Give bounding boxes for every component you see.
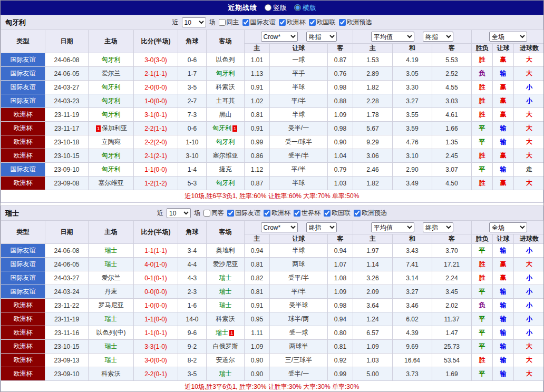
team-name[interactable]: 立陶宛 bbox=[102, 138, 121, 145]
horizontal-radio[interactable] bbox=[294, 4, 301, 11]
filter-competition[interactable]: 欧洲预选 bbox=[339, 18, 372, 27]
competition-checkbox[interactable] bbox=[279, 19, 286, 26]
filter-competition[interactable]: 欧国联 bbox=[324, 209, 351, 218]
competition-checkbox[interactable] bbox=[242, 19, 249, 26]
team-name[interactable]: 匈牙利 bbox=[212, 124, 231, 132]
score-link[interactable]: 1-2(1-2) bbox=[144, 180, 167, 187]
vertical-radio[interactable] bbox=[265, 4, 271, 11]
score-link[interactable]: 3-0(0-0) bbox=[144, 357, 167, 364]
team-name[interactable]: 以色列 bbox=[216, 56, 235, 63]
team-name[interactable]: 爱尔兰 bbox=[102, 274, 121, 281]
team-name[interactable]: 爱沙尼亚 bbox=[213, 260, 238, 268]
team-name[interactable]: 瑞士 bbox=[105, 315, 118, 322]
team-name[interactable]: 瑞士 bbox=[219, 301, 232, 309]
team-name[interactable]: 瑞士 bbox=[105, 247, 118, 254]
filter-competition[interactable]: 欧洲杯 bbox=[264, 209, 290, 218]
filter-competition[interactable]: 世界杯 bbox=[294, 209, 320, 218]
score-link[interactable]: 3-3(1-0) bbox=[144, 343, 167, 350]
team-name[interactable]: 匈牙利 bbox=[102, 56, 121, 63]
average-odds-select[interactable]: 平均值 bbox=[371, 222, 414, 232]
team-name[interactable]: 瑞士 bbox=[219, 370, 232, 377]
team-name[interactable]: 瑞士 bbox=[105, 356, 118, 364]
team-name[interactable]: 丹麦 bbox=[105, 288, 118, 295]
competition-checkbox[interactable] bbox=[324, 210, 331, 217]
team-name[interactable]: 匈牙利 bbox=[102, 165, 121, 173]
team-name[interactable]: 罗马尼亚 bbox=[99, 301, 124, 309]
recent-count-select[interactable]: 10 bbox=[167, 208, 191, 218]
score-link[interactable]: 2-1(2-1) bbox=[144, 152, 167, 160]
team-name[interactable]: 科索沃 bbox=[216, 315, 235, 322]
score-link[interactable]: 3-1(0-1) bbox=[144, 111, 167, 119]
final-odds-select[interactable]: 终指 bbox=[306, 32, 337, 42]
filter-competition[interactable]: 欧洲预选 bbox=[354, 209, 387, 218]
layout-option-vertical[interactable]: 竖版 bbox=[265, 3, 287, 13]
competition-checkbox[interactable] bbox=[309, 19, 316, 26]
team-name[interactable]: 匈牙利 bbox=[216, 179, 235, 187]
team-name[interactable]: 以色列(中) bbox=[96, 329, 126, 336]
score-link[interactable]: 1-1(0-0) bbox=[144, 316, 167, 323]
score-link[interactable]: 3-0(3-0) bbox=[144, 56, 167, 64]
score-link[interactable]: 2-2(0-1) bbox=[144, 370, 167, 378]
final-odds-select[interactable]: 终指 bbox=[306, 222, 337, 232]
filter-same-venue[interactable]: 同客 bbox=[203, 209, 224, 218]
competition-checkbox[interactable] bbox=[264, 210, 270, 217]
score-link[interactable]: 0-1(0-1) bbox=[144, 275, 167, 282]
team-name[interactable]: 塞尔维亚 bbox=[213, 152, 238, 159]
team-name[interactable]: 科索沃 bbox=[102, 370, 121, 377]
result-goals: 小 bbox=[514, 271, 544, 285]
competition-checkbox[interactable] bbox=[339, 19, 346, 26]
score-link[interactable]: 0-0(0-0) bbox=[144, 288, 167, 296]
final-euro-odds-select[interactable]: 终指 bbox=[423, 32, 453, 42]
team-name[interactable]: 瑞士 bbox=[219, 288, 232, 295]
score-link[interactable]: 1-0(0-0) bbox=[144, 302, 167, 309]
team-name[interactable]: 匈牙利 bbox=[102, 83, 121, 91]
competition-checkbox[interactable] bbox=[354, 210, 361, 217]
team-name[interactable]: 爱尔兰 bbox=[102, 70, 121, 77]
team-name[interactable]: 塞尔维亚 bbox=[99, 179, 124, 187]
same-venue-checkbox[interactable] bbox=[219, 19, 226, 26]
odds-company-select[interactable]: Crow* bbox=[261, 32, 298, 42]
score-link[interactable]: 1-1(0-0) bbox=[144, 166, 167, 173]
team-name[interactable]: 土耳其 bbox=[216, 97, 235, 104]
team-name[interactable]: 匈牙利 bbox=[216, 138, 235, 145]
score-link[interactable]: 2-2(1-1) bbox=[144, 125, 167, 132]
filter-competition[interactable]: 欧洲杯 bbox=[279, 18, 306, 27]
odds-company-select[interactable]: Crow* bbox=[261, 222, 298, 232]
team-name[interactable]: 捷克 bbox=[219, 165, 232, 173]
final-euro-odds-select[interactable]: 终指 bbox=[423, 222, 453, 232]
filter-competition[interactable]: 欧国联 bbox=[309, 18, 336, 27]
score-link[interactable]: 4-0(1-0) bbox=[144, 261, 167, 268]
layout-option-horizontal[interactable]: 横版 bbox=[294, 3, 316, 13]
team-name[interactable]: 科索沃 bbox=[216, 83, 235, 91]
team-name[interactable]: 瑞士 bbox=[105, 260, 118, 268]
team-name[interactable]: 奥地利 bbox=[216, 247, 235, 254]
team-name[interactable]: 匈牙利 bbox=[102, 152, 121, 159]
team-name[interactable]: 瑞士 bbox=[219, 274, 232, 281]
team-name[interactable]: 匈牙利 bbox=[102, 97, 121, 104]
filter-competition[interactable]: 国际友谊 bbox=[242, 18, 276, 27]
team-name[interactable]: 匈牙利 bbox=[216, 70, 235, 77]
full-match-select[interactable]: 全场 bbox=[489, 32, 527, 42]
filter-same-venue[interactable]: 同主 bbox=[219, 18, 239, 27]
team-name[interactable]: 匈牙利 bbox=[102, 111, 121, 118]
filter-competition[interactable]: 国际友谊 bbox=[227, 209, 260, 218]
score-link[interactable]: 1-0(0-0) bbox=[144, 97, 167, 105]
full-match-select[interactable]: 全场 bbox=[489, 222, 527, 232]
score-link[interactable]: 2-1(1-1) bbox=[144, 70, 167, 77]
score-link[interactable]: 1-1(1-1) bbox=[144, 247, 167, 254]
score-link[interactable]: 1-1(0-1) bbox=[144, 329, 167, 337]
score-link[interactable]: 2-2(2-0) bbox=[144, 139, 167, 146]
team-name[interactable]: 安道尔 bbox=[216, 356, 235, 364]
recent-count-select[interactable]: 10 bbox=[182, 17, 206, 27]
asian-odds-away: 1.09 bbox=[328, 108, 353, 122]
team-name[interactable]: 瑞士 bbox=[105, 342, 118, 350]
score-link[interactable]: 2-0(0-0) bbox=[144, 84, 167, 91]
average-odds-select[interactable]: 平均值 bbox=[371, 32, 414, 42]
same-venue-checkbox[interactable] bbox=[203, 210, 210, 217]
competition-checkbox[interactable] bbox=[294, 210, 300, 217]
team-name[interactable]: 白俄罗斯 bbox=[213, 342, 238, 350]
team-name[interactable]: 黑山 bbox=[219, 111, 232, 118]
team-name[interactable]: 瑞士 bbox=[216, 329, 228, 336]
competition-checkbox[interactable] bbox=[227, 210, 234, 217]
team-name[interactable]: 保加利亚 bbox=[102, 124, 127, 132]
